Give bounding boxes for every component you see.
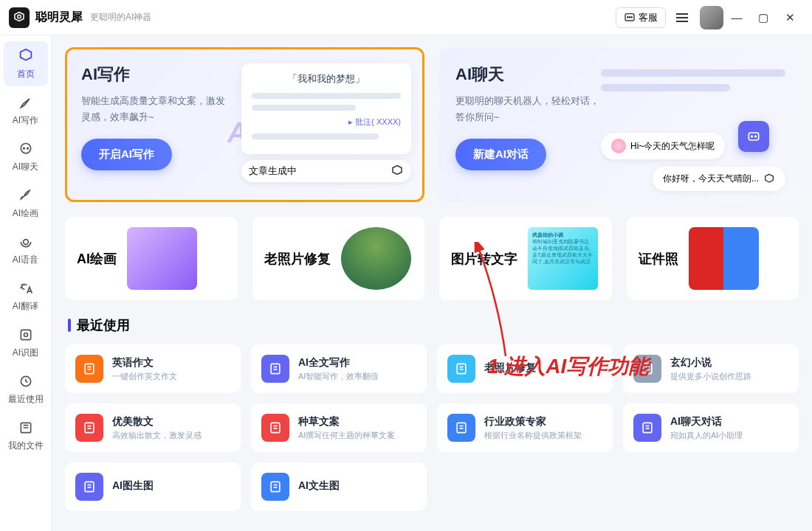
recent-item-desc: 高效输出散文，激发灵感 <box>112 430 202 441</box>
svg-rect-16 <box>749 133 758 140</box>
tile-photo-restore[interactable]: 老照片修复 <box>252 217 425 300</box>
sidebar-item-write[interactable]: AI写作 <box>4 88 48 133</box>
chat-bubble-bot: 你好呀，今天天气晴朗... <box>653 167 785 191</box>
folder-icon <box>17 419 35 437</box>
recent-item[interactable]: AI图生图 <box>65 462 241 511</box>
sidebar-item-translate[interactable]: AI翻译 <box>4 274 48 319</box>
hex-icon <box>390 164 404 178</box>
sidebar-item-home[interactable]: 首页 <box>4 41 48 86</box>
recent-item[interactable]: AI全文写作AI智能写作，效率翻倍 <box>251 344 427 393</box>
home-icon <box>17 47 35 65</box>
tile-ocr[interactable]: 图片转文字 武昌街的小调有时候到里克鸡陈梁书总会不自觉地跟武昌街走去,走T,最近… <box>439 217 612 300</box>
chat-icon <box>17 140 35 158</box>
sidebar-item-scan[interactable]: AI识图 <box>4 320 48 365</box>
svg-point-0 <box>18 15 21 18</box>
svg-point-10 <box>27 148 28 149</box>
tile-draw-thumb <box>127 227 197 290</box>
recent-item-desc: 宛如真人的AI小助理 <box>670 430 743 441</box>
recent-section-title: 最近使用 <box>68 316 799 334</box>
main-content: AI写作 智能生成高质量文章和文案，激发灵感，效率飙升~ 开启AI写作 AI 「… <box>52 35 812 531</box>
preview-annotation-label: ▸ 批注( XXXX) <box>252 117 401 128</box>
translate-icon <box>17 280 35 297</box>
customer-service-button[interactable]: 客服 <box>616 7 666 28</box>
preview-doc-title: 「我和我的梦想」 <box>252 72 401 86</box>
preview-status-text: 文章生成中 <box>249 164 297 178</box>
recent-item-title: 种草文案 <box>298 415 395 428</box>
recent-item[interactable]: 种草文案AI撰写任何主题的种草文案 <box>251 403 427 452</box>
hero-write-desc: 智能生成高质量文章和文案，激发灵感，效率飙升~ <box>81 93 229 125</box>
tile-ai-draw[interactable]: AI绘画 <box>65 217 238 300</box>
recent-item-desc: 一键创作英文作文 <box>112 371 177 382</box>
recent-item-desc: 提供更多小说创作思路 <box>670 371 751 382</box>
svg-rect-12 <box>21 330 30 339</box>
history-icon <box>17 372 35 390</box>
recent-item-title: AI全文写作 <box>298 356 379 369</box>
title-bar: 聪明灵犀 更聪明的AI神器 客服 — ▢ ✕ <box>0 0 812 35</box>
sidebar: 首页 AI写作 AI聊天 AI绘画 AI语音 AI翻译 AI识图 最近使用 我的… <box>0 35 52 531</box>
scan-icon <box>17 326 35 344</box>
recent-item-icon <box>75 473 103 501</box>
window-minimize[interactable]: — <box>723 11 750 24</box>
recent-item-icon <box>447 414 475 442</box>
app-brand: 聪明灵犀 <box>35 10 83 25</box>
chat-user-avatar-icon <box>611 139 626 153</box>
app-tagline: 更聪明的AI神器 <box>90 11 151 24</box>
chat-bubble-user: Hi~今天的天气怎样呢 <box>601 133 725 159</box>
recent-item-title: 英语作文 <box>112 356 177 369</box>
recent-item-desc: 根据行业名称提供政策框架 <box>484 430 582 441</box>
sidebar-item-files[interactable]: 我的文件 <box>4 413 48 458</box>
tile-idphoto-thumb <box>689 227 759 290</box>
recent-item-icon <box>75 414 103 442</box>
sidebar-item-recent[interactable]: 最近使用 <box>4 367 48 412</box>
voice-icon <box>17 233 35 251</box>
menu-button[interactable] <box>673 9 691 27</box>
hero-card-write[interactable]: AI写作 智能生成高质量文章和文案，激发灵感，效率飙升~ 开启AI写作 AI 「… <box>65 47 424 202</box>
svg-point-17 <box>751 136 753 137</box>
recent-item-icon <box>447 355 475 383</box>
hamburger-icon <box>673 9 691 27</box>
recent-item-desc: AI撰写任何主题的种草文案 <box>298 430 395 441</box>
recent-item[interactable]: 行业政策专家根据行业名称提供政策框架 <box>437 403 613 452</box>
recent-item-icon <box>75 355 103 383</box>
recent-item[interactable]: 优美散文高效输出散文，激发灵感 <box>65 403 241 452</box>
svg-point-3 <box>629 16 630 17</box>
svg-point-8 <box>21 144 30 153</box>
svg-point-13 <box>24 333 27 337</box>
window-maximize[interactable]: ▢ <box>750 11 777 24</box>
recent-item-icon <box>633 355 661 383</box>
app-logo-icon <box>9 7 30 28</box>
svg-point-9 <box>23 148 24 149</box>
write-preview: 「我和我的梦想」 ▸ 批注( XXXX) 文章生成中 <box>241 63 411 182</box>
window-close[interactable]: ✕ <box>777 11 803 24</box>
hero-card-chat[interactable]: AI聊天 更聪明的聊天机器人，轻松对话，答你所问~ 新建AI对话 Hi~今天的天… <box>439 47 799 202</box>
hero-chat-desc: 更聪明的聊天机器人，轻松对话，答你所问~ <box>455 93 603 125</box>
tile-photo-thumb <box>341 227 411 290</box>
sidebar-item-voice[interactable]: AI语音 <box>4 227 48 272</box>
recent-item-title: 老照片修复 <box>484 361 536 375</box>
chat-preview: Hi~今天的天气怎样呢 你好呀，今天天气晴朗... <box>601 69 785 191</box>
svg-point-2 <box>627 16 628 17</box>
recent-item[interactable]: AI文生图 <box>251 462 427 511</box>
svg-point-18 <box>755 136 757 137</box>
user-avatar[interactable] <box>700 6 723 30</box>
start-ai-write-button[interactable]: 开启AI写作 <box>81 139 172 170</box>
recent-item-title: 行业政策专家 <box>484 415 582 428</box>
recent-item-title: AI图生图 <box>112 479 154 493</box>
chat-bot-icon <box>738 121 769 152</box>
recent-item-icon <box>261 473 289 501</box>
recent-item[interactable]: 英语作文一键创作英文作文 <box>65 344 241 393</box>
hex-icon <box>763 173 775 185</box>
recent-item-icon <box>633 414 661 442</box>
recent-item-title: 玄幻小说 <box>670 356 751 369</box>
recent-item[interactable]: AI聊天对话宛如真人的AI小助理 <box>623 403 799 452</box>
sidebar-item-draw[interactable]: AI绘画 <box>4 181 48 226</box>
sidebar-item-chat[interactable]: AI聊天 <box>4 134 48 179</box>
recent-item[interactable]: 老照片修复 <box>437 344 613 393</box>
recent-item-title: AI聊天对话 <box>670 415 743 428</box>
svg-point-4 <box>631 16 632 17</box>
tile-id-photo[interactable]: 证件照 <box>627 217 799 300</box>
recent-item[interactable]: 玄幻小说提供更多小说创作思路 <box>623 344 799 393</box>
new-chat-button[interactable]: 新建AI对话 <box>455 139 546 170</box>
chat-bubble-icon <box>624 12 636 24</box>
recent-item-desc: AI智能写作，效率翻倍 <box>298 371 379 382</box>
